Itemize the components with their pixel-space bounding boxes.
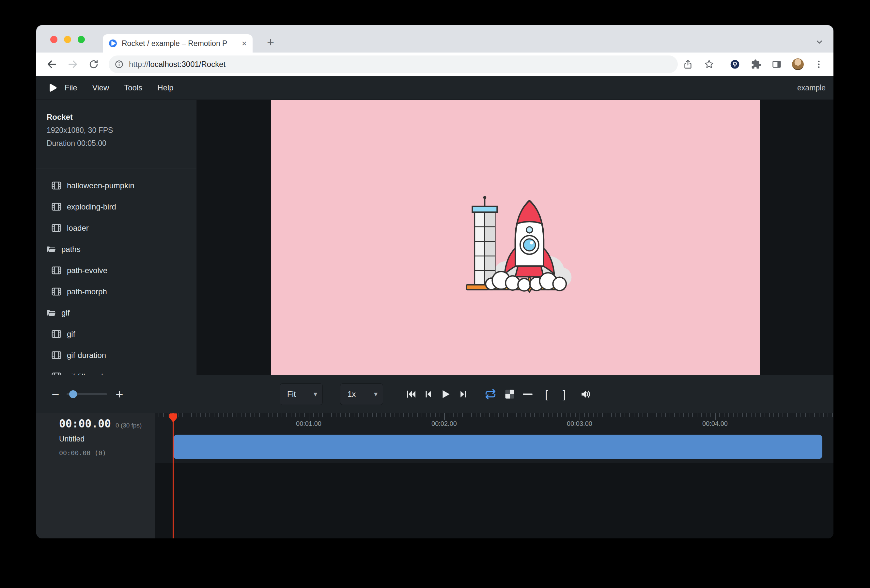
browser-menu-kebab-icon[interactable] — [814, 60, 824, 69]
timeline-left-panel: 00:00.00 0 (30 fps) Untitled 00:00.00 (0… — [36, 413, 155, 538]
sidebar-item-gif-duration[interactable]: gif-duration — [36, 345, 197, 366]
composition-label: path-evolve — [67, 266, 107, 275]
sidebar-divider — [36, 168, 197, 168]
timeline-rows-button[interactable] — [523, 392, 533, 396]
remotion-logo-icon[interactable] — [48, 83, 57, 92]
volume-button[interactable] — [580, 389, 591, 400]
folder-label: paths — [61, 245, 80, 254]
playhead-marker[interactable] — [169, 413, 177, 424]
compositions-sidebar: Rocket 1920x1080, 30 FPS Duration 00:05.… — [36, 100, 197, 375]
back-button[interactable] — [46, 59, 57, 70]
composition-label: gif-duration — [67, 351, 106, 360]
film-icon — [52, 224, 61, 232]
playback-speed-value: 1x — [347, 390, 356, 399]
preview-area — [197, 100, 833, 375]
close-tab-icon[interactable]: × — [242, 39, 247, 49]
ruler-label: 00:01.00 — [296, 420, 322, 427]
password-manager-icon[interactable] — [730, 59, 740, 70]
film-icon — [52, 287, 61, 296]
composition-info: Rocket 1920x1080, 30 FPS Duration 00:05.… — [36, 100, 197, 168]
zoom-out-button[interactable]: − — [52, 387, 59, 401]
rocket-illustration — [453, 179, 577, 295]
loop-toggle-button[interactable] — [485, 388, 496, 400]
jump-to-start-button[interactable] — [406, 389, 416, 399]
ruler-label: 00:02.00 — [431, 420, 457, 427]
sidebar-item-path-evolve[interactable]: path-evolve — [36, 260, 197, 281]
chevron-down-icon: ▾ — [374, 390, 378, 398]
tab-strip: Rocket / example – Remotion P × + — [36, 25, 833, 52]
film-icon — [52, 351, 61, 359]
current-frame-display: 0 (30 fps) — [116, 422, 142, 429]
site-info-icon[interactable] — [115, 60, 124, 69]
timeline-panel: 00:01.00 00:02.00 00:03.00 00:04.00 00:0… — [36, 413, 833, 538]
film-icon — [52, 330, 61, 338]
composition-label: loader — [67, 223, 89, 233]
app-content: Rocket 1920x1080, 30 FPS Duration 00:05.… — [36, 100, 833, 375]
track-time-label: 00:00.00 (0) — [59, 449, 106, 457]
app-menubar: File View Tools Help example — [36, 76, 833, 100]
address-bar[interactable]: http://localhost:3001/Rocket — [109, 55, 678, 73]
tab-search-chevron-icon[interactable] — [812, 35, 827, 49]
side-panel-icon[interactable] — [772, 59, 782, 70]
new-tab-button[interactable]: + — [263, 34, 279, 50]
browser-tab[interactable]: Rocket / example – Remotion P × — [103, 34, 253, 52]
profile-avatar[interactable] — [792, 58, 804, 70]
composition-label: exploding-bird — [67, 202, 116, 211]
timeline-track[interactable] — [173, 435, 822, 459]
menu-view[interactable]: View — [85, 83, 117, 92]
sidebar-item-halloween-pumpkin[interactable]: halloween-pumpkin — [36, 175, 197, 196]
film-icon — [52, 266, 61, 274]
zoom-slider[interactable] — [67, 393, 107, 395]
zoom-in-button[interactable]: + — [116, 387, 123, 401]
sidebar-folder-gif[interactable]: gif — [36, 302, 197, 323]
minimize-window-button[interactable] — [64, 36, 71, 43]
composition-resolution: 1920x1080, 30 FPS — [47, 126, 197, 135]
playhead-line[interactable] — [173, 413, 174, 538]
bookmark-star-icon[interactable] — [704, 59, 714, 70]
composition-title: Rocket — [47, 113, 197, 122]
sidebar-item-path-morph[interactable]: path-morph — [36, 281, 197, 302]
in-point-button[interactable]: [ — [545, 388, 548, 400]
ruler-major-ticks — [155, 413, 833, 420]
canvas-size-value: Fit — [287, 390, 296, 399]
out-point-button[interactable]: ] — [563, 388, 566, 400]
forward-button[interactable] — [67, 59, 78, 70]
folder-icon — [46, 309, 56, 317]
sidebar-item-gif-fill-modes[interactable]: gif-fill-modes — [36, 366, 197, 375]
composition-label: gif-fill-modes — [67, 372, 111, 375]
extensions-puzzle-icon[interactable] — [751, 59, 761, 70]
share-icon[interactable] — [683, 60, 693, 69]
sidebar-item-exploding-bird[interactable]: exploding-bird — [36, 196, 197, 217]
composition-duration: Duration 00:05.00 — [47, 139, 197, 148]
browser-toolbar: http://localhost:3001/Rocket — [36, 52, 833, 76]
sidebar-item-loader[interactable]: loader — [36, 217, 197, 238]
close-window-button[interactable] — [50, 36, 57, 43]
fullscreen-window-button[interactable] — [77, 36, 85, 43]
transparency-checkerboard-button[interactable] — [505, 390, 514, 398]
ruler-label: 00:03.00 — [567, 420, 592, 427]
play-button[interactable] — [440, 389, 451, 400]
remotion-favicon-icon — [109, 39, 117, 48]
timeline-empty-area — [155, 463, 833, 538]
sidebar-item-gif[interactable]: gif — [36, 323, 197, 345]
playback-speed-dropdown[interactable]: 1x ▾ — [340, 383, 383, 405]
composition-label: halloween-pumpkin — [67, 181, 134, 190]
sidebar-folder-paths[interactable]: paths — [36, 238, 197, 260]
next-frame-button[interactable] — [459, 389, 468, 399]
menu-tools[interactable]: Tools — [116, 83, 150, 92]
current-time-display: 00:00.00 — [59, 417, 111, 430]
folder-label: gif — [61, 308, 70, 317]
film-icon — [52, 372, 61, 375]
zoom-slider-thumb[interactable] — [69, 390, 77, 398]
url-text: http://localhost:3001/Rocket — [129, 60, 225, 69]
menu-help[interactable]: Help — [150, 83, 181, 92]
folder-icon — [46, 245, 56, 253]
project-name-label: example — [797, 83, 825, 92]
previous-frame-button[interactable] — [423, 389, 433, 399]
reload-button[interactable] — [88, 59, 99, 70]
composition-list: halloween-pumpkin exploding-bird loader … — [36, 175, 197, 375]
browser-window: Rocket / example – Remotion P × + http:/… — [36, 25, 833, 538]
menu-file[interactable]: File — [57, 83, 85, 92]
canvas-size-dropdown[interactable]: Fit ▾ — [280, 383, 323, 405]
film-icon — [52, 182, 61, 190]
